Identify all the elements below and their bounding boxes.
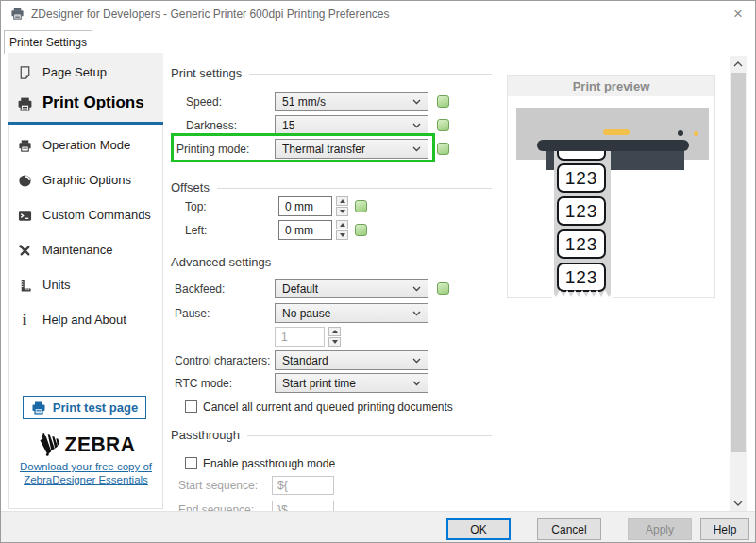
control-characters-row: Control characters: Standard xyxy=(171,350,624,370)
spin-down-button[interactable] xyxy=(336,230,348,240)
scrollbar-thumb[interactable] xyxy=(731,73,746,452)
backfeed-select[interactable]: Default xyxy=(275,279,428,298)
section-rule xyxy=(278,263,492,263)
start-sequence-row: Start sequence: ${ xyxy=(171,476,624,495)
sidebar-item-label: Maintenance xyxy=(42,243,112,257)
chevron-down-icon xyxy=(412,99,421,105)
vertical-scrollbar[interactable] xyxy=(730,56,747,511)
download-link-line2[interactable]: ZebraDesigner Essentials xyxy=(8,474,163,485)
sidebar-item-page-setup[interactable]: Page Setup xyxy=(8,63,163,82)
sidebar-item-operation-mode[interactable]: Operation Mode xyxy=(8,136,163,155)
close-button[interactable]: × xyxy=(726,4,750,25)
sidebar-item-label: Operation Mode xyxy=(42,138,130,152)
chevron-down-icon xyxy=(412,286,421,292)
sidebar-item-label: Custom Commands xyxy=(42,208,151,222)
zebra-logo: ZEBRA xyxy=(8,432,163,458)
cancel-documents-row: Cancel all current and queued printing d… xyxy=(171,399,624,416)
printer-icon xyxy=(16,137,33,154)
sidebar-item-graphic-options[interactable]: Graphic Options xyxy=(8,171,163,190)
label-123: 123 xyxy=(557,163,606,193)
pause-row: Pause: No pause xyxy=(171,303,624,323)
pause-select[interactable]: No pause xyxy=(275,303,428,323)
speed-label: Speed: xyxy=(186,95,222,109)
top-offset-stepper xyxy=(336,196,348,216)
printing-mode-label: Printing mode: xyxy=(176,143,249,156)
rtc-mode-label: RTC mode: xyxy=(175,377,232,390)
tab-printer-settings[interactable]: Printer Settings xyxy=(4,30,92,54)
darkness-status-led[interactable] xyxy=(437,119,449,131)
speed-status-led[interactable] xyxy=(437,95,449,108)
backfeed-label: Backfeed: xyxy=(175,282,225,296)
spin-up-button[interactable] xyxy=(336,196,348,206)
ok-button[interactable]: OK xyxy=(446,518,511,540)
sidebar-item-help-and-about[interactable]: i Help and About xyxy=(8,311,163,330)
title-bar: ZDesigner for Developers - Generic Print… xyxy=(1,1,755,27)
control-characters-select[interactable]: Standard xyxy=(275,350,428,370)
start-sequence-input: ${ xyxy=(272,476,334,495)
printer-icon xyxy=(16,95,33,112)
enable-passthrough-checkbox[interactable] xyxy=(185,457,197,469)
left-offset-status-led[interactable] xyxy=(355,224,367,236)
sidebar-item-label: Page Setup xyxy=(42,65,107,79)
section-print-settings: Print settings xyxy=(171,65,492,80)
left-offset-input[interactable]: 0 mm xyxy=(278,220,332,240)
printer-icon xyxy=(31,400,46,416)
backfeed-status-led[interactable] xyxy=(437,282,449,295)
window-title: ZDesigner for Developers - Generic Print… xyxy=(31,8,390,21)
pause-count-input: 1 xyxy=(275,327,325,347)
cancel-button[interactable]: Cancel xyxy=(537,518,601,540)
top-offset-status-led[interactable] xyxy=(355,200,367,212)
section-title: Passthrough xyxy=(171,428,240,442)
ruler-icon xyxy=(16,277,33,294)
start-sequence-label: Start sequence: xyxy=(178,479,258,492)
label-strip-tear xyxy=(552,285,613,298)
speed-select[interactable]: 51 mm/s xyxy=(275,92,428,111)
rtc-mode-select[interactable]: Start print time xyxy=(275,373,428,393)
left-offset-stepper xyxy=(336,220,348,240)
section-rule xyxy=(217,188,492,189)
printing-mode-select[interactable]: Thermal transfer xyxy=(275,139,428,159)
printer-icon xyxy=(10,7,25,24)
sidebar-item-label: Print Options xyxy=(42,93,144,112)
spin-down-button[interactable] xyxy=(328,337,341,347)
pause-count-row: 1 xyxy=(171,327,624,347)
top-offset-label: Top: xyxy=(185,200,207,213)
darkness-select[interactable]: 15 xyxy=(275,115,428,135)
printing-preferences-dialog: ZDesigner for Developers - Generic Print… xyxy=(0,0,756,543)
chevron-down-icon xyxy=(412,311,421,316)
section-rule xyxy=(249,74,492,75)
scroll-down-button[interactable] xyxy=(730,495,747,511)
printer-led-dot xyxy=(694,131,698,136)
darkness-label: Darkness: xyxy=(186,119,237,132)
spin-up-button[interactable] xyxy=(336,220,348,229)
zebra-head-icon xyxy=(37,433,61,457)
sidebar-item-label: Graphic Options xyxy=(42,173,131,187)
printer-button-dot xyxy=(678,130,683,136)
sidebar-selection-divider xyxy=(8,122,163,125)
help-button[interactable]: Help xyxy=(700,518,749,540)
print-test-page-button[interactable]: Print test page xyxy=(23,396,146,419)
print-test-page-label: Print test page xyxy=(53,400,138,415)
sidebar-item-label: Help and About xyxy=(42,313,126,327)
scroll-up-button[interactable] xyxy=(730,56,747,72)
zebra-wordmark: ZEBRA xyxy=(65,433,136,456)
spin-down-button[interactable] xyxy=(336,207,348,216)
sidebar-item-maintenance[interactable]: Maintenance xyxy=(8,241,163,260)
spin-up-button[interactable] xyxy=(328,327,341,336)
sidebar-item-units[interactable]: Units xyxy=(8,276,163,295)
print-preview-panel: Print preview 123 123 123 123 xyxy=(507,75,715,298)
tools-icon xyxy=(16,242,33,259)
top-offset-input[interactable]: 0 mm xyxy=(278,196,332,216)
sidebar-item-custom-commands[interactable]: Custom Commands xyxy=(8,206,163,225)
cancel-documents-checkbox[interactable] xyxy=(185,400,197,413)
section-title: Offsets xyxy=(171,180,210,195)
chevron-down-icon xyxy=(412,381,421,386)
printer-logo-bar xyxy=(603,129,630,135)
control-characters-label: Control characters: xyxy=(175,354,270,367)
sidebar-item-print-options[interactable]: Print Options xyxy=(8,94,163,113)
printing-mode-status-led[interactable] xyxy=(437,143,449,155)
pause-label: Pause: xyxy=(175,307,210,320)
download-link-line1[interactable]: Download your free copy of xyxy=(8,461,163,472)
enable-passthrough-label: Enable passthrough mode xyxy=(203,457,335,470)
cancel-documents-label: Cancel all current and queued printing d… xyxy=(203,400,453,414)
